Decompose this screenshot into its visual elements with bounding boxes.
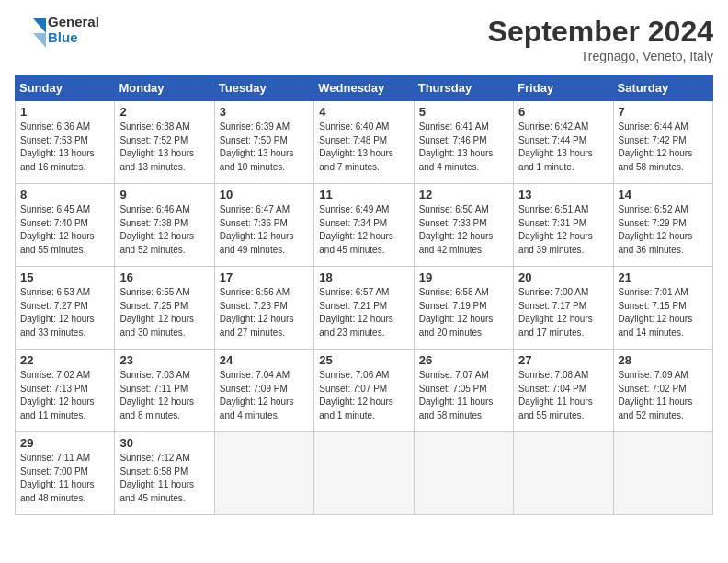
day-number: 26 xyxy=(419,353,508,367)
day-info: Sunrise: 6:55 AM Sunset: 7:25 PM Dayligh… xyxy=(119,286,209,339)
day-info: Sunrise: 6:36 AM Sunset: 7:53 PM Dayligh… xyxy=(20,121,109,174)
day-info: Sunrise: 6:44 AM Sunset: 7:42 PM Dayligh… xyxy=(619,121,708,174)
calendar-day-cell: 10Sunrise: 6:47 AM Sunset: 7:36 PM Dayli… xyxy=(214,184,313,267)
day-info: Sunrise: 6:53 AM Sunset: 7:27 PM Dayligh… xyxy=(20,286,109,339)
calendar-day-cell: 16Sunrise: 6:55 AM Sunset: 7:25 PM Dayli… xyxy=(115,267,214,350)
day-number: 29 xyxy=(20,436,109,450)
calendar-day-cell: 6Sunrise: 6:42 AM Sunset: 7:44 PM Daylig… xyxy=(514,101,613,184)
calendar-day-cell: 18Sunrise: 6:57 AM Sunset: 7:21 PM Dayli… xyxy=(314,267,414,350)
day-number: 4 xyxy=(319,105,408,119)
calendar-week-row: 29Sunrise: 7:11 AM Sunset: 7:00 PM Dayli… xyxy=(16,432,713,515)
calendar-day-cell: 26Sunrise: 7:07 AM Sunset: 7:05 PM Dayli… xyxy=(414,350,513,432)
calendar-day-cell xyxy=(414,432,513,515)
day-info: Sunrise: 7:01 AM Sunset: 7:15 PM Dayligh… xyxy=(619,286,708,339)
day-info: Sunrise: 6:49 AM Sunset: 7:34 PM Dayligh… xyxy=(319,203,408,257)
day-number: 2 xyxy=(119,105,209,119)
day-info: Sunrise: 7:06 AM Sunset: 7:07 PM Dayligh… xyxy=(319,369,408,422)
calendar-day-cell: 15Sunrise: 6:53 AM Sunset: 7:27 PM Dayli… xyxy=(16,267,115,350)
weekday-header: Tuesday xyxy=(214,75,313,101)
calendar-day-cell: 1Sunrise: 6:36 AM Sunset: 7:53 PM Daylig… xyxy=(16,101,115,184)
calendar-day-cell: 14Sunrise: 6:52 AM Sunset: 7:29 PM Dayli… xyxy=(613,184,712,267)
day-info: Sunrise: 6:51 AM Sunset: 7:31 PM Dayligh… xyxy=(518,203,608,257)
calendar-day-cell: 13Sunrise: 6:51 AM Sunset: 7:31 PM Dayli… xyxy=(514,184,613,267)
month-title: September 2024 xyxy=(488,15,713,49)
weekday-header-row: SundayMondayTuesdayWednesdayThursdayFrid… xyxy=(16,75,713,101)
day-info: Sunrise: 7:12 AM Sunset: 6:58 PM Dayligh… xyxy=(119,452,209,505)
day-number: 8 xyxy=(20,188,109,201)
calendar-day-cell xyxy=(514,432,613,515)
day-info: Sunrise: 7:00 AM Sunset: 7:17 PM Dayligh… xyxy=(518,286,608,339)
calendar-day-cell xyxy=(314,432,414,515)
weekday-header: Sunday xyxy=(16,75,115,101)
calendar-day-cell: 22Sunrise: 7:02 AM Sunset: 7:13 PM Dayli… xyxy=(16,350,115,432)
day-number: 27 xyxy=(518,353,608,367)
calendar-day-cell: 30Sunrise: 7:12 AM Sunset: 6:58 PM Dayli… xyxy=(115,432,214,515)
day-info: Sunrise: 6:52 AM Sunset: 7:29 PM Dayligh… xyxy=(619,203,708,257)
day-info: Sunrise: 6:58 AM Sunset: 7:19 PM Dayligh… xyxy=(419,286,508,339)
day-info: Sunrise: 7:11 AM Sunset: 7:00 PM Dayligh… xyxy=(20,452,109,505)
day-number: 12 xyxy=(419,188,508,201)
calendar-day-cell: 8Sunrise: 6:45 AM Sunset: 7:40 PM Daylig… xyxy=(16,184,115,267)
day-info: Sunrise: 6:56 AM Sunset: 7:23 PM Dayligh… xyxy=(220,286,309,339)
calendar-day-cell: 29Sunrise: 7:11 AM Sunset: 7:00 PM Dayli… xyxy=(16,432,115,515)
day-number: 28 xyxy=(619,353,708,367)
calendar-day-cell: 20Sunrise: 7:00 AM Sunset: 7:17 PM Dayli… xyxy=(514,267,613,350)
calendar-week-row: 8Sunrise: 6:45 AM Sunset: 7:40 PM Daylig… xyxy=(16,184,713,267)
day-info: Sunrise: 6:57 AM Sunset: 7:21 PM Dayligh… xyxy=(319,286,408,339)
weekday-header: Thursday xyxy=(414,75,513,101)
day-info: Sunrise: 7:08 AM Sunset: 7:04 PM Dayligh… xyxy=(518,369,608,422)
calendar-day-cell: 24Sunrise: 7:04 AM Sunset: 7:09 PM Dayli… xyxy=(214,350,313,432)
calendar-day-cell: 17Sunrise: 6:56 AM Sunset: 7:23 PM Dayli… xyxy=(214,267,313,350)
weekday-header: Saturday xyxy=(613,75,712,101)
day-number: 24 xyxy=(220,353,309,367)
title-area: September 2024 Tregnago, Veneto, Italy xyxy=(488,15,713,63)
calendar-day-cell: 23Sunrise: 7:03 AM Sunset: 7:11 PM Dayli… xyxy=(115,350,214,432)
logo-text-general: General xyxy=(48,15,99,30)
day-number: 20 xyxy=(518,270,608,284)
day-info: Sunrise: 7:07 AM Sunset: 7:05 PM Dayligh… xyxy=(419,369,508,422)
calendar-day-cell: 3Sunrise: 6:39 AM Sunset: 7:50 PM Daylig… xyxy=(214,101,313,184)
logo: General Blue xyxy=(15,15,99,48)
day-number: 10 xyxy=(220,188,309,201)
calendar-week-row: 22Sunrise: 7:02 AM Sunset: 7:13 PM Dayli… xyxy=(16,350,713,432)
header: General Blue September 2024 Tregnago, Ve… xyxy=(15,15,713,63)
calendar-week-row: 15Sunrise: 6:53 AM Sunset: 7:27 PM Dayli… xyxy=(16,267,713,350)
day-info: Sunrise: 6:47 AM Sunset: 7:36 PM Dayligh… xyxy=(220,203,309,257)
calendar-day-cell: 12Sunrise: 6:50 AM Sunset: 7:33 PM Dayli… xyxy=(414,184,513,267)
day-number: 25 xyxy=(319,353,408,367)
day-info: Sunrise: 7:03 AM Sunset: 7:11 PM Dayligh… xyxy=(119,369,209,422)
day-info: Sunrise: 7:04 AM Sunset: 7:09 PM Dayligh… xyxy=(220,369,309,422)
day-number: 18 xyxy=(319,270,408,284)
calendar-day-cell: 2Sunrise: 6:38 AM Sunset: 7:52 PM Daylig… xyxy=(115,101,214,184)
calendar-day-cell: 4Sunrise: 6:40 AM Sunset: 7:48 PM Daylig… xyxy=(314,101,414,184)
day-number: 16 xyxy=(119,270,209,284)
calendar-day-cell: 19Sunrise: 6:58 AM Sunset: 7:19 PM Dayli… xyxy=(414,267,513,350)
day-number: 30 xyxy=(119,436,209,450)
day-info: Sunrise: 6:38 AM Sunset: 7:52 PM Dayligh… xyxy=(119,121,209,174)
day-number: 6 xyxy=(518,105,608,119)
day-number: 17 xyxy=(220,270,309,284)
logo-container: General Blue xyxy=(15,15,99,48)
svg-marker-1 xyxy=(33,33,46,48)
svg-marker-0 xyxy=(33,18,46,33)
day-info: Sunrise: 7:09 AM Sunset: 7:02 PM Dayligh… xyxy=(619,369,708,422)
day-number: 19 xyxy=(419,270,508,284)
logo-graphic-icon xyxy=(15,15,48,48)
logo-text-blue: Blue xyxy=(48,30,99,46)
day-number: 23 xyxy=(119,353,209,367)
calendar-day-cell xyxy=(214,432,313,515)
calendar-day-cell: 21Sunrise: 7:01 AM Sunset: 7:15 PM Dayli… xyxy=(613,267,712,350)
day-number: 5 xyxy=(419,105,508,119)
day-info: Sunrise: 6:42 AM Sunset: 7:44 PM Dayligh… xyxy=(518,121,608,174)
weekday-header: Monday xyxy=(115,75,214,101)
day-number: 7 xyxy=(619,105,708,119)
calendar-week-row: 1Sunrise: 6:36 AM Sunset: 7:53 PM Daylig… xyxy=(16,101,713,184)
calendar-table: SundayMondayTuesdayWednesdayThursdayFrid… xyxy=(15,75,713,515)
day-number: 11 xyxy=(319,188,408,201)
day-number: 14 xyxy=(619,188,708,201)
day-number: 21 xyxy=(619,270,708,284)
day-info: Sunrise: 7:02 AM Sunset: 7:13 PM Dayligh… xyxy=(20,369,109,422)
calendar-day-cell: 25Sunrise: 7:06 AM Sunset: 7:07 PM Dayli… xyxy=(314,350,414,432)
day-number: 3 xyxy=(220,105,309,119)
weekday-header: Friday xyxy=(514,75,613,101)
